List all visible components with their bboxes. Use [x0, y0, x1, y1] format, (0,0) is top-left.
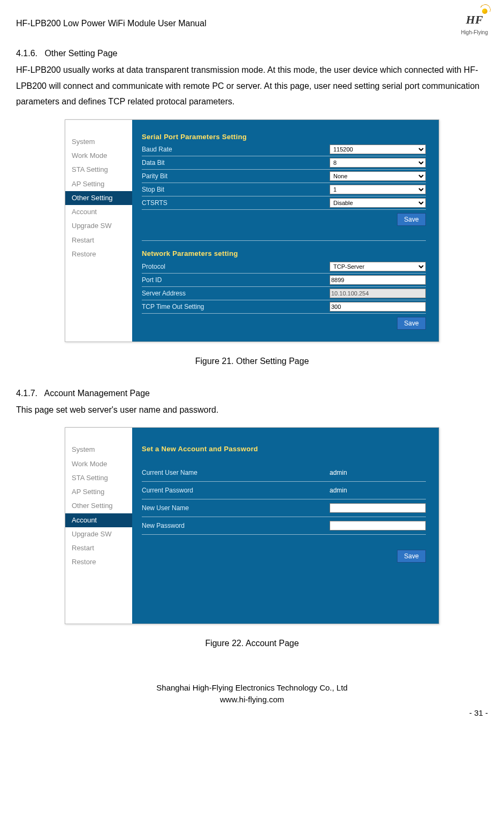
current-user-name-label: Current User Name — [142, 468, 330, 477]
page-number: - 31 - — [16, 707, 488, 719]
section-title: Other Setting Page — [44, 49, 117, 58]
form-row-baud-rate: Baud Rate115200 — [142, 143, 426, 156]
form-row-new-password: New Password — [142, 517, 426, 535]
screenshot-account: SystemWork ModeSTA SettingAP SettingOthe… — [65, 427, 439, 624]
sidebar-item-upgrade-sw[interactable]: Upgrade SW — [65, 527, 132, 541]
section-number: 4.1.6. — [16, 49, 37, 58]
sidebar-item-other-setting[interactable]: Other Setting — [65, 191, 132, 205]
server-address-label: Server Address — [142, 289, 330, 298]
sidebar-item-sta-setting[interactable]: STA Setting — [65, 471, 132, 485]
server-address-input[interactable] — [330, 289, 426, 298]
port-id-input[interactable] — [330, 275, 426, 285]
section-title: Account Management Page — [44, 389, 149, 398]
baud-rate-select[interactable]: 115200 — [330, 145, 426, 154]
section-body-416: HF-LPB200 usually works at data transpar… — [16, 62, 488, 110]
new-user-name-label: New User Name — [142, 503, 330, 513]
form-row-tcp-time-out-setting: TCP Time Out Setting — [142, 300, 426, 314]
form-row-new-user-name: New User Name — [142, 499, 426, 517]
logo-text: HF — [466, 11, 483, 28]
doc-title: HF-LPB200 Low Power WiFi Module User Man… — [16, 17, 207, 30]
figure-caption-21: Figure 21. Other Setting Page — [16, 355, 488, 368]
save-button[interactable]: Save — [397, 550, 426, 563]
nav-sidebar: SystemWork ModeSTA SettingAP SettingOthe… — [65, 120, 132, 342]
content-panel: Set a New Account and Password Current U… — [132, 428, 439, 624]
tcp-time-out-setting-input[interactable] — [330, 302, 426, 312]
screenshot-other-setting: SystemWork ModeSTA SettingAP SettingOthe… — [65, 119, 439, 342]
port-id-label: Port ID — [142, 275, 330, 285]
new-user-name-input[interactable] — [330, 503, 426, 513]
data-bit-label: Data Bit — [142, 158, 330, 168]
current-password-value: admin — [330, 486, 426, 495]
current-password-label: Current Password — [142, 486, 330, 495]
content-panel: Serial Port Parameters Setting Baud Rate… — [132, 120, 439, 342]
sidebar-item-restore[interactable]: Restore — [65, 247, 132, 261]
section-heading-417: 4.1.7. Account Management Page — [16, 387, 488, 400]
form-row-current-password: Current Passwordadmin — [142, 482, 426, 499]
tcp-time-out-setting-label: TCP Time Out Setting — [142, 302, 330, 312]
protocol-label: Protocol — [142, 262, 330, 271]
form-row-parity-bit: Parity BitNone — [142, 170, 426, 183]
form-row-ctsrts: CTSRTSDisable — [142, 196, 426, 210]
section-heading-416: 4.1.6. Other Setting Page — [16, 47, 488, 60]
logo: HF High-Flying — [461, 11, 488, 36]
parity-bit-select[interactable]: None — [330, 171, 426, 181]
stop-bit-label: Stop Bit — [142, 185, 330, 194]
footer-url: www.hi-flying.com — [16, 694, 488, 706]
section-body-417: This page set web server's user name and… — [16, 402, 488, 418]
new-password-input[interactable] — [330, 521, 426, 530]
new-password-label: New Password — [142, 521, 330, 530]
data-bit-select[interactable]: 8 — [330, 158, 426, 168]
logo-subtext: High-Flying — [461, 28, 488, 36]
sidebar-item-restart[interactable]: Restart — [65, 541, 132, 555]
protocol-select[interactable]: TCP-Server — [330, 262, 426, 271]
save-button[interactable]: Save — [397, 317, 426, 330]
sidebar-item-sta-setting[interactable]: STA Setting — [65, 163, 132, 177]
form-row-data-bit: Data Bit8 — [142, 156, 426, 170]
sidebar-item-account[interactable]: Account — [65, 205, 132, 219]
serial-panel-title: Serial Port Parameters Setting — [142, 132, 426, 143]
sidebar-item-ap-setting[interactable]: AP Setting — [65, 177, 132, 191]
sidebar-item-system[interactable]: System — [65, 443, 132, 457]
form-row-protocol: ProtocolTCP-Server — [142, 260, 426, 274]
sidebar-item-restore[interactable]: Restore — [65, 555, 132, 569]
form-row-current-user-name: Current User Nameadmin — [142, 464, 426, 482]
form-row-port-id: Port ID — [142, 274, 426, 287]
ctsrts-select[interactable]: Disable — [330, 198, 426, 208]
current-user-name-value: admin — [330, 468, 426, 477]
form-row-stop-bit: Stop Bit1 — [142, 183, 426, 196]
baud-rate-label: Baud Rate — [142, 145, 330, 154]
account-panel-title: Set a New Account and Password — [142, 444, 426, 456]
wifi-dot-icon — [482, 9, 487, 14]
ctsrts-label: CTSRTS — [142, 198, 330, 208]
save-button[interactable]: Save — [397, 213, 426, 226]
network-panel-title: Network Parameters setting — [142, 248, 426, 260]
nav-sidebar: SystemWork ModeSTA SettingAP SettingOthe… — [65, 428, 132, 624]
sidebar-item-work-mode[interactable]: Work Mode — [65, 149, 132, 163]
sidebar-item-work-mode[interactable]: Work Mode — [65, 457, 132, 471]
form-row-server-address: Server Address — [142, 287, 426, 300]
stop-bit-select[interactable]: 1 — [330, 185, 426, 194]
footer-company: Shanghai High-Flying Electronics Technol… — [16, 682, 488, 694]
section-number: 4.1.7. — [16, 389, 37, 398]
sidebar-item-ap-setting[interactable]: AP Setting — [65, 485, 132, 499]
logo-text-label: HF — [466, 13, 483, 26]
sidebar-item-restart[interactable]: Restart — [65, 233, 132, 247]
sidebar-item-account[interactable]: Account — [65, 513, 132, 527]
sidebar-item-system[interactable]: System — [65, 135, 132, 149]
sidebar-item-other-setting[interactable]: Other Setting — [65, 499, 132, 513]
sidebar-item-upgrade-sw[interactable]: Upgrade SW — [65, 219, 132, 233]
figure-caption-22: Figure 22. Account Page — [16, 637, 488, 650]
parity-bit-label: Parity Bit — [142, 171, 330, 181]
